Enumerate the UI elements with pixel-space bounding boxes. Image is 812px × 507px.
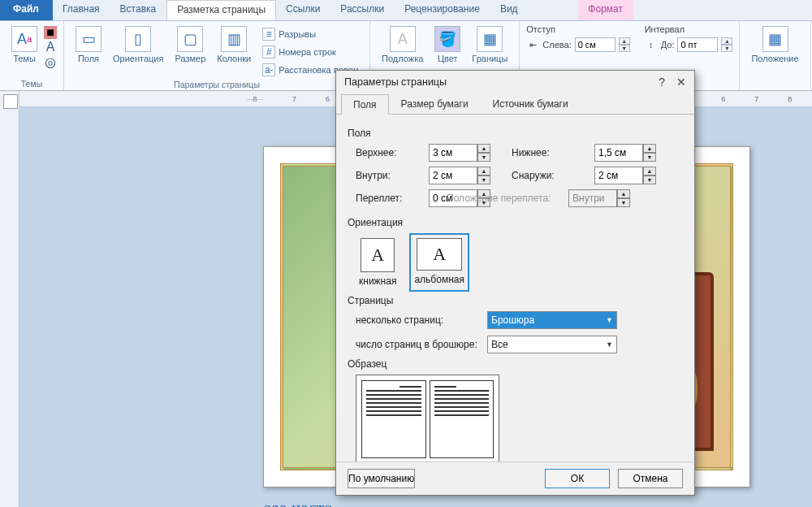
orientation-landscape[interactable]: A альбомная	[411, 235, 468, 290]
columns-icon: ▥	[221, 26, 247, 52]
gutter-pos-input	[568, 189, 617, 207]
spin-down[interactable]: ▼	[643, 176, 656, 184]
multi-pages-label: несколько страниц:	[356, 314, 477, 326]
dialog-tab-margins[interactable]: Поля	[341, 94, 389, 115]
page-borders-icon: ▦	[477, 26, 503, 52]
theme-fonts-icon[interactable]: A	[44, 41, 57, 54]
dialog-footer: По умолчанию ОК Отмена	[336, 462, 694, 495]
spin-up[interactable]: ▲	[477, 144, 490, 153]
dialog-body: Поля Верхнее: ▲▼ Нижнее: ▲▼ Внутри: ▲▼ С…	[336, 115, 694, 462]
margin-inside-input[interactable]	[429, 167, 477, 184]
page-setup-dialog: Параметры страницы ? ✕ Поля Размер бумаг…	[335, 70, 695, 496]
spacing-heading: Интервал	[645, 24, 733, 34]
preview-left-page	[361, 380, 426, 458]
orientation-portrait[interactable]: A книжная	[356, 235, 400, 290]
spin-down[interactable]: ▼	[619, 45, 630, 52]
tab-references[interactable]: Ссылки	[276, 0, 330, 20]
close-icon[interactable]: ✕	[676, 76, 686, 89]
margin-bottom-input[interactable]	[594, 144, 643, 162]
tab-page-layout[interactable]: Разметка страницы	[166, 0, 276, 20]
spin-up[interactable]: ▲	[643, 167, 656, 176]
page-color-button[interactable]: 🪣Цвет	[430, 24, 465, 65]
spacing-before-icon: ↕	[645, 38, 658, 51]
margin-top-label: Верхнее:	[356, 147, 419, 158]
section-orientation: Ориентация	[348, 217, 683, 228]
orientation-icon: ▯	[125, 26, 151, 52]
tab-mailings[interactable]: Рассылки	[330, 0, 395, 20]
tab-review[interactable]: Рецензирование	[395, 0, 490, 20]
help-icon[interactable]: ?	[659, 76, 665, 89]
size-button[interactable]: ▢Размер	[170, 24, 210, 65]
spin-down[interactable]: ▼	[477, 176, 490, 184]
ribbon-group-themes: Aa Темы ■ A ◎ Темы	[0, 21, 64, 90]
spacing-before-input[interactable]	[677, 37, 718, 52]
spin-up: ▲	[617, 189, 630, 198]
page-borders-button[interactable]: ▦Границы	[467, 24, 512, 65]
spin-down[interactable]: ▼	[477, 153, 490, 162]
hyphenation-icon: a-	[262, 63, 275, 76]
ribbon-group-label: Темы	[21, 79, 42, 89]
columns-button[interactable]: ▥Колонки	[212, 24, 256, 65]
sheets-label: число страниц в брошюре:	[356, 339, 477, 350]
theme-effects-icon[interactable]: ◎	[44, 55, 57, 68]
tab-file[interactable]: Файл	[0, 0, 53, 20]
dialog-tabs: Поля Размер бумаги Источник бумаги	[336, 93, 694, 115]
tab-home[interactable]: Главная	[53, 0, 110, 20]
spin-down[interactable]: ▼	[643, 153, 656, 162]
size-icon: ▢	[177, 26, 203, 52]
spacing-before-label: До:	[661, 40, 675, 50]
preview-right-page	[430, 380, 495, 458]
margin-top-input[interactable]	[429, 144, 477, 162]
theme-colors-icon[interactable]: ■	[44, 26, 57, 39]
ribbon-group-page-setup: ▭Поля ▯Ориентация ▢Размер ▥Колонки ≡Разр…	[64, 21, 370, 90]
tab-selector[interactable]	[3, 94, 18, 109]
dialog-tab-paper[interactable]: Размер бумаги	[389, 93, 481, 114]
tab-format[interactable]: Формат	[578, 0, 633, 20]
chevron-down-icon: ▼	[606, 340, 613, 349]
indent-left-icon: ⇤	[526, 38, 539, 51]
indent-left-input[interactable]	[575, 37, 615, 52]
spin-down[interactable]: ▼	[721, 45, 732, 52]
margin-outside-input[interactable]	[594, 167, 643, 184]
vertical-ruler	[0, 91, 19, 507]
breaks-icon: ≡	[262, 28, 275, 41]
position-button[interactable]: ▦Положение	[746, 24, 803, 65]
section-margins: Поля	[348, 128, 683, 139]
orientation-button[interactable]: ▯Ориентация	[108, 24, 168, 65]
watermark-button[interactable]: AПодложка	[377, 24, 428, 65]
tab-view[interactable]: Вид	[490, 0, 529, 20]
gutter-label: Переплет:	[356, 193, 419, 204]
cancel-button[interactable]: Отмена	[618, 469, 683, 488]
watermark-icon: A	[390, 26, 416, 52]
ribbon-group-arrange: ▦Положение	[740, 21, 810, 90]
breaks-button[interactable]: ≡Разрывы	[259, 26, 361, 42]
margin-bottom-label: Нижнее:	[512, 147, 585, 158]
chevron-down-icon: ▼	[606, 316, 613, 324]
spin-up[interactable]: ▲	[643, 144, 656, 153]
spin-up[interactable]: ▲	[477, 167, 490, 176]
themes-button[interactable]: Aa Темы	[6, 24, 42, 65]
spin-up[interactable]: ▲	[619, 37, 630, 45]
default-button[interactable]: По умолчанию	[348, 469, 415, 488]
indent-left-label: Слева:	[542, 40, 571, 50]
line-numbers-button[interactable]: #Номера строк	[259, 44, 361, 60]
margins-button[interactable]: ▭Поля	[71, 24, 106, 65]
themes-icon: Aa	[11, 26, 37, 52]
margins-icon: ▭	[76, 26, 102, 52]
indent-heading: Отступ	[526, 24, 629, 34]
themes-label: Темы	[13, 54, 36, 63]
gutter-pos-label: Положение переплета:	[447, 193, 568, 204]
portrait-icon: A	[361, 238, 395, 272]
landscape-icon: A	[417, 238, 462, 271]
dialog-titlebar: Параметры страницы ? ✕	[336, 71, 694, 93]
spin-up[interactable]: ▲	[721, 37, 732, 45]
multi-pages-combo[interactable]: Брошюра▼	[487, 311, 617, 329]
tab-insert[interactable]: Вставка	[110, 0, 167, 20]
ok-button[interactable]: ОК	[545, 469, 610, 488]
sheets-combo[interactable]: Все▼	[487, 336, 617, 353]
margin-outside-label: Снаружи:	[512, 170, 585, 181]
dialog-tab-source[interactable]: Источник бумаги	[481, 93, 581, 114]
section-preview: Образец	[348, 358, 683, 370]
preview-box	[356, 375, 499, 462]
section-pages: Страницы	[348, 295, 683, 306]
